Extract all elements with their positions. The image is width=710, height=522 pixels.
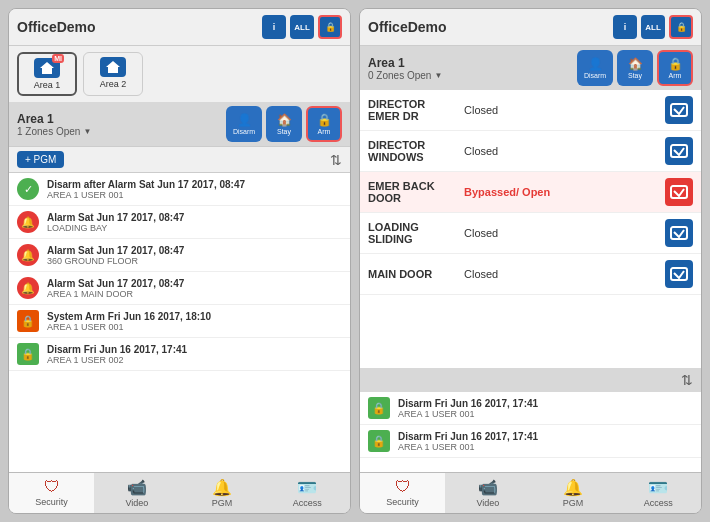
- event-title-2: Alarm Sat Jun 17 2017, 08:47: [47, 245, 184, 256]
- area-tab-1[interactable]: MI Area 1: [17, 52, 77, 96]
- right-zone-bar-title: Area 1: [368, 56, 442, 70]
- nav-security-left[interactable]: 🛡 Security: [9, 473, 94, 513]
- lock-icon[interactable]: 🔒: [318, 15, 342, 39]
- access-nav-icon: 🪪: [297, 478, 317, 497]
- event-title-1: Alarm Sat Jun 17 2017, 08:47: [47, 212, 184, 223]
- zone-item-0: DIRECTOR EMER DR Closed: [360, 90, 701, 131]
- disarm-button-left[interactable]: 👤 Disarm: [226, 106, 262, 142]
- nav-access-right[interactable]: 🪪 Access: [616, 473, 701, 513]
- right-info-icon[interactable]: i: [613, 15, 637, 39]
- right-header: OfficeDemo i ALL 🔒: [360, 9, 701, 46]
- area-tab-2[interactable]: Area 2: [83, 52, 143, 96]
- zone-name-3: LOADING SLIDING: [368, 221, 458, 245]
- nav-video-left[interactable]: 📹 Video: [94, 473, 179, 513]
- event-title-5: Disarm Fri Jun 16 2017, 17:41: [47, 344, 187, 355]
- right-event-item-1: 🔒 Disarm Fri Jun 16 2017, 17:41 AREA 1 U…: [360, 425, 701, 458]
- nav-pgm-label: PGM: [212, 498, 233, 508]
- zone-name-0: DIRECTOR EMER DR: [368, 98, 458, 122]
- right-nav-pgm-label: PGM: [563, 498, 584, 508]
- stay-label: Stay: [277, 128, 291, 135]
- sort-icon[interactable]: ⇅: [330, 152, 342, 168]
- zone-item-2: EMER BACK DOOR Bypassed/ Open: [360, 172, 701, 213]
- arm-button-left[interactable]: 🔒 Arm: [306, 106, 342, 142]
- arm-button-right[interactable]: 🔒 Arm: [657, 50, 693, 86]
- right-zone-dropdown-arrow[interactable]: ▼: [434, 71, 442, 80]
- event-sub-4: AREA 1 USER 001: [47, 322, 211, 332]
- nav-security-right[interactable]: 🛡 Security: [360, 473, 445, 513]
- right-disarm-label: Disarm: [584, 72, 606, 79]
- event-icon-2: 🔔: [17, 244, 39, 266]
- stay-button-right[interactable]: 🏠 Stay: [617, 50, 653, 86]
- zone-dropdown-arrow[interactable]: ▼: [83, 127, 91, 136]
- nav-pgm-right[interactable]: 🔔 PGM: [531, 473, 616, 513]
- right-zone-bar: Area 1 0 Zones Open ▼ 👤 Disarm 🏠 Stay 🔒 …: [360, 46, 701, 90]
- event-icon-4: 🔒: [17, 310, 39, 332]
- arm-label: Arm: [318, 128, 331, 135]
- zone-item-1: DIRECTOR WINDOWS Closed: [360, 131, 701, 172]
- event-item-4: 🔒 System Arm Fri Jun 16 2017, 18:10 AREA…: [9, 305, 350, 338]
- right-action-buttons: 👤 Disarm 🏠 Stay 🔒 Arm: [577, 50, 693, 86]
- bottom-nav-left: 🛡 Security 📹 Video 🔔 PGM 🪪 Access: [9, 472, 350, 513]
- arm-icon: 🔒: [317, 113, 332, 127]
- zone-bar-sub: 1 Zones Open ▼: [17, 126, 91, 137]
- right-stay-icon: 🏠: [628, 57, 643, 71]
- right-event-title-0: Disarm Fri Jun 16 2017, 17:41: [398, 398, 538, 409]
- zone-item-4: MAIN DOOR Closed: [360, 254, 701, 295]
- nav-video-label: Video: [125, 498, 148, 508]
- stay-button-left[interactable]: 🏠 Stay: [266, 106, 302, 142]
- event-text-1: Alarm Sat Jun 17 2017, 08:47 LOADING BAY: [47, 212, 184, 233]
- zone-btn-1[interactable]: [665, 137, 693, 165]
- event-title-4: System Arm Fri Jun 16 2017, 18:10: [47, 311, 211, 322]
- event-sub-1: LOADING BAY: [47, 223, 184, 233]
- zone-status-0: Closed: [464, 104, 659, 116]
- right-event-item-0: 🔒 Disarm Fri Jun 16 2017, 17:41 AREA 1 U…: [360, 392, 701, 425]
- right-pgm-nav-icon: 🔔: [563, 478, 583, 497]
- pgm-nav-icon: 🔔: [212, 478, 232, 497]
- nav-video-right[interactable]: 📹 Video: [445, 473, 530, 513]
- svg-marker-1: [106, 61, 120, 73]
- zone-btn-2[interactable]: [665, 178, 693, 206]
- left-action-buttons: 👤 Disarm 🏠 Stay 🔒 Arm: [226, 106, 342, 142]
- event-icon-0: ✓: [17, 178, 39, 200]
- stay-icon: 🏠: [277, 113, 292, 127]
- right-nav-video-label: Video: [476, 498, 499, 508]
- zone-item-3: LOADING SLIDING Closed: [360, 213, 701, 254]
- right-event-sub-1: AREA 1 USER 001: [398, 442, 538, 452]
- zone-status-2: Bypassed/ Open: [464, 186, 659, 198]
- event-text-0: Disarm after Alarm Sat Jun 17 2017, 08:4…: [47, 179, 245, 200]
- right-nav-access-label: Access: [644, 498, 673, 508]
- zone-status-3: Closed: [464, 227, 659, 239]
- right-zone-bar-sub: 0 Zones Open ▼: [368, 70, 442, 81]
- all-icon[interactable]: ALL: [290, 15, 314, 39]
- event-item-5: 🔒 Disarm Fri Jun 16 2017, 17:41 AREA 1 U…: [9, 338, 350, 371]
- zone-list: DIRECTOR EMER DR Closed DIRECTOR WINDOWS…: [360, 90, 701, 368]
- event-sub-0: AREA 1 USER 001: [47, 190, 245, 200]
- left-title: OfficeDemo: [17, 19, 96, 35]
- nav-access-left[interactable]: 🪪 Access: [265, 473, 350, 513]
- nav-security-label: Security: [35, 497, 68, 507]
- right-event-sub-0: AREA 1 USER 001: [398, 409, 538, 419]
- right-arm-label: Arm: [669, 72, 682, 79]
- left-panel: OfficeDemo i ALL 🔒 MI Area 1 Area 2 Area…: [8, 8, 351, 514]
- event-item-3: 🔔 Alarm Sat Jun 17 2017, 08:47 AREA 1 MA…: [9, 272, 350, 305]
- svg-marker-0: [40, 62, 54, 74]
- security-nav-icon: 🛡: [44, 478, 60, 496]
- event-text-4: System Arm Fri Jun 16 2017, 18:10 AREA 1…: [47, 311, 211, 332]
- event-text-5: Disarm Fri Jun 16 2017, 17:41 AREA 1 USE…: [47, 344, 187, 365]
- zone-btn-4[interactable]: [665, 260, 693, 288]
- area1-icon: MI: [34, 58, 60, 78]
- video-nav-icon: 📹: [127, 478, 147, 497]
- event-list-right: 🔒 Disarm Fri Jun 16 2017, 17:41 AREA 1 U…: [360, 392, 701, 472]
- zone-btn-3[interactable]: [665, 219, 693, 247]
- event-sub-3: AREA 1 MAIN DOOR: [47, 289, 184, 299]
- right-all-icon[interactable]: ALL: [641, 15, 665, 39]
- right-lock-icon[interactable]: 🔒: [669, 15, 693, 39]
- area1-badge: MI: [52, 54, 64, 63]
- right-sort-icon[interactable]: ⇅: [681, 372, 693, 388]
- pgm-button[interactable]: + PGM: [17, 151, 64, 168]
- nav-pgm-left[interactable]: 🔔 PGM: [180, 473, 265, 513]
- info-icon[interactable]: i: [262, 15, 286, 39]
- disarm-button-right[interactable]: 👤 Disarm: [577, 50, 613, 86]
- zone-btn-0[interactable]: [665, 96, 693, 124]
- event-icon-1: 🔔: [17, 211, 39, 233]
